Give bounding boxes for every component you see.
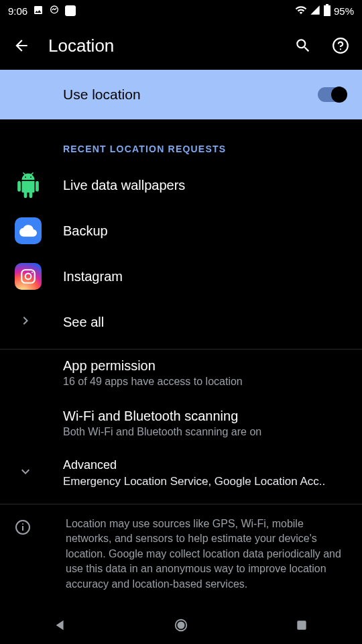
info-icon [15, 526, 31, 537]
scanning-title: Wi-Fi and Bluetooth scanning [63, 407, 346, 425]
use-location-label: Use location [63, 87, 141, 103]
scanning-item[interactable]: Wi-Fi and Bluetooth scanning Both Wi-Fi … [0, 395, 362, 450]
advanced-title: Advanced [63, 458, 346, 473]
recent-app-backup[interactable]: Backup [0, 208, 362, 254]
messenger-icon [49, 5, 60, 17]
nav-recent[interactable] [294, 617, 310, 633]
svg-point-5 [32, 272, 33, 273]
svg-rect-11 [297, 621, 306, 629]
app-label: Backup [63, 222, 346, 239]
app-permission-subtitle: 16 of 49 apps have access to location [63, 376, 346, 388]
scanning-subtitle: Both Wi-Fi and Bluetooth scanning are on [63, 426, 346, 438]
chevron-down-icon [15, 464, 34, 482]
instagram-icon [15, 263, 42, 290]
navigation-bar [0, 606, 362, 644]
svg-rect-3 [21, 270, 35, 283]
info-text: Location may use sources like GPS, Wi-Fi… [66, 517, 346, 592]
advanced-item[interactable]: Advanced Emergency Location Service, Goo… [0, 450, 362, 496]
app-permission-item[interactable]: App permission 16 of 49 apps have access… [0, 350, 362, 395]
android-icon [15, 172, 42, 199]
app-label: Instagram [63, 268, 346, 285]
battery-percent: 95% [334, 5, 354, 17]
chevron-right-icon [15, 313, 34, 331]
app-permission-title: App permission [63, 357, 346, 374]
nav-home[interactable] [173, 617, 189, 633]
advanced-subtitle: Emergency Location Service, Google Locat… [63, 475, 346, 488]
cloud-icon [15, 217, 42, 244]
help-button[interactable] [330, 35, 351, 56]
use-location-toggle-row[interactable]: Use location [0, 70, 362, 119]
wifi-icon [295, 4, 307, 18]
recent-app-instagram[interactable]: Instagram [0, 254, 362, 299]
recent-app-live-wallpapers[interactable]: Live data wallpapers [0, 162, 362, 208]
see-all-label: See all [63, 313, 346, 331]
back-button[interactable] [11, 35, 32, 56]
picture-icon [33, 5, 44, 17]
svg-point-4 [25, 274, 32, 280]
svg-point-8 [22, 523, 23, 525]
app-label: Live data wallpapers [63, 176, 346, 194]
svg-point-2 [340, 48, 341, 50]
svg-point-10 [178, 622, 184, 628]
status-bar: 9:06 95% [0, 0, 362, 21]
page-title: Location [48, 36, 276, 56]
status-time: 9:06 [8, 5, 27, 17]
app-bar: Location [0, 21, 362, 70]
app-icon [65, 5, 76, 16]
see-all-button[interactable]: See all [0, 299, 362, 345]
signal-icon [310, 5, 320, 17]
battery-icon [323, 4, 331, 18]
search-button[interactable] [292, 35, 314, 56]
location-info: Location may use sources like GPS, Wi-Fi… [0, 504, 362, 604]
use-location-switch[interactable] [318, 87, 346, 102]
recent-requests-header: RECENT LOCATION REQUESTS [0, 119, 362, 162]
nav-back[interactable] [52, 617, 68, 633]
